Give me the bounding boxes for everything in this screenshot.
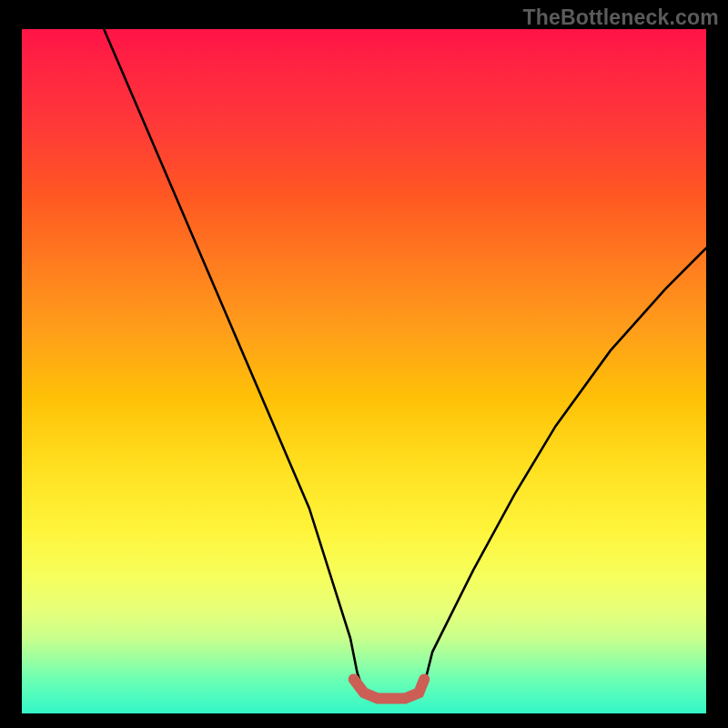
curve-path-black	[104, 29, 706, 700]
plot-area	[22, 29, 706, 713]
watermark-text: TheBottleneck.com	[522, 5, 719, 30]
curve-path-highlight	[354, 679, 425, 698]
chart-frame: TheBottleneck.com	[0, 0, 728, 728]
curve-svg	[22, 29, 706, 713]
